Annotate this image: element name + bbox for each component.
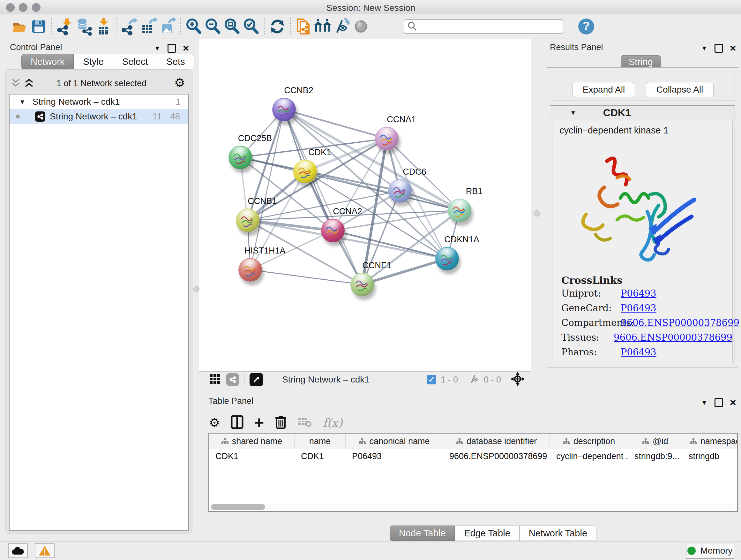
node-label: CCNB1	[248, 196, 277, 206]
gear-icon[interactable]: ⚙	[174, 77, 185, 89]
panel-close-icon[interactable]: ×	[730, 398, 736, 407]
open-session-icon[interactable]	[10, 17, 29, 36]
panel-menu-icon[interactable]: ▼	[701, 399, 708, 406]
zoom-selected-icon[interactable]	[242, 17, 261, 36]
section-title: CDK1	[603, 107, 631, 119]
table-cell[interactable]: CDK1	[294, 451, 346, 461]
tab-network[interactable]: Network	[21, 54, 74, 69]
tab-edge-table[interactable]: Edge Table	[455, 525, 520, 541]
warning-button[interactable]	[35, 543, 55, 558]
panel-menu-icon[interactable]: ▼	[701, 45, 708, 51]
crosslink-value-link[interactable]: P06493	[621, 303, 657, 314]
horizontal-scrollbar[interactable]	[210, 504, 735, 510]
column-header-description[interactable]: description	[550, 434, 628, 449]
tab-sets[interactable]: Sets	[157, 54, 194, 69]
save-session-icon[interactable]	[29, 17, 48, 36]
delete-column-icon[interactable]	[275, 415, 287, 430]
column-header-database-identifier[interactable]: database identifier	[443, 434, 550, 449]
column-header-namespace[interactable]: namespace	[682, 434, 738, 449]
network-list-icon[interactable]	[226, 373, 239, 386]
network-edge[interactable]	[250, 270, 362, 285]
column-header-@id[interactable]: @id	[628, 434, 682, 449]
network-node-rb1[interactable]	[448, 199, 471, 222]
right-splitter-handle[interactable]	[534, 210, 540, 216]
tab-node-table[interactable]: Node Table	[390, 525, 455, 541]
network-row[interactable]: String Network – cdk1 11 48	[10, 109, 188, 124]
zoom-in-icon[interactable]	[184, 17, 203, 36]
table-cell[interactable]: stringdb:9...	[628, 451, 682, 461]
fit-selection-icon[interactable]	[511, 372, 525, 387]
network-node-ccna2[interactable]	[321, 219, 345, 242]
panel-float-icon[interactable]	[715, 398, 723, 407]
expand-all-button[interactable]: Expand All	[572, 82, 635, 98]
network-collection-row[interactable]: ▼ String Network – cdk1 1	[10, 95, 188, 109]
help-icon[interactable]: ?	[577, 17, 596, 36]
table-cell[interactable]: stringdb	[682, 451, 738, 461]
zoom-out-icon[interactable]	[203, 17, 222, 36]
tree-expand-icon[interactable]: ▼	[19, 98, 25, 106]
search-input[interactable]	[420, 21, 559, 32]
section-collapse-icon[interactable]: ▼	[570, 109, 576, 117]
network-node-ccne1[interactable]	[350, 273, 374, 296]
tab-string[interactable]: String	[621, 55, 661, 69]
network-node-cdc6[interactable]	[388, 179, 412, 203]
show-glass-disabled-icon[interactable]	[351, 17, 370, 36]
scrollbar-thumb[interactable]	[211, 504, 265, 510]
zoom-fit-icon[interactable]	[222, 17, 242, 36]
tab-select[interactable]: Select	[113, 54, 157, 69]
column-header-name[interactable]: name	[294, 434, 346, 449]
crosslink-value-link[interactable]: P06493	[621, 347, 657, 358]
network-node-cdc25b[interactable]	[228, 145, 252, 169]
network-node-ccnb1[interactable]	[236, 208, 259, 232]
table-cell[interactable]: 9606.ENSP00000378699	[443, 451, 550, 461]
export-network-icon[interactable]	[120, 17, 139, 36]
panel-close-icon[interactable]: ×	[730, 44, 736, 52]
panel-menu-icon[interactable]: ▼	[154, 45, 160, 51]
clone-network-icon[interactable]	[294, 17, 313, 36]
network-node-hist1h1a[interactable]	[239, 258, 262, 282]
cdk1-section-header[interactable]: ▼ CDK1	[550, 106, 735, 120]
column-header-canonical-name[interactable]: canonical name	[346, 434, 443, 449]
network-node-ccna1[interactable]	[375, 127, 399, 150]
table-settings-gear-icon[interactable]: ⚙	[209, 417, 220, 429]
birds-eye-view-icon[interactable]	[250, 373, 263, 386]
crosslink-value-link[interactable]: P06493	[621, 288, 657, 299]
table-cell[interactable]: cyclin–dependent ...	[550, 451, 628, 461]
tab-network-table[interactable]: Network Table	[520, 525, 596, 541]
horizontal-splitter[interactable]	[199, 387, 531, 394]
panel-float-icon[interactable]	[167, 44, 176, 53]
network-node-cdkn1a[interactable]	[435, 247, 459, 270]
crosslink-value-link[interactable]: 9606.ENSP00000378699	[614, 332, 732, 343]
network-canvas[interactable]: CCNB2 CCNA1 CDC25B CDK1 CDC6 RB1	[199, 39, 531, 371]
import-table-file-icon[interactable]	[93, 17, 113, 36]
export-image-icon[interactable]	[158, 17, 177, 36]
network-node-ccnb2[interactable]	[272, 98, 296, 121]
expand-all-icon[interactable]	[24, 78, 34, 90]
selected-checkbox-icon[interactable]: ✓	[427, 375, 436, 384]
table-cell[interactable]: CDK1	[209, 451, 294, 461]
table-cell[interactable]: P06493	[346, 451, 443, 461]
grid-view-icon[interactable]	[209, 373, 221, 386]
memory-button[interactable]: Memory	[686, 543, 734, 559]
collapse-all-button[interactable]: Collapse All	[646, 82, 714, 98]
string-home-icon[interactable]	[313, 17, 332, 36]
tab-style[interactable]: Style	[74, 54, 113, 69]
import-network-database-icon[interactable]	[74, 17, 93, 36]
toolbar-search[interactable]	[404, 19, 563, 34]
panel-float-icon[interactable]	[715, 44, 723, 53]
column-header-shared-name[interactable]: shared name	[209, 434, 294, 449]
collapse-all-icon[interactable]	[11, 78, 20, 90]
panel-close-icon[interactable]: ×	[183, 44, 189, 52]
network-edge[interactable]	[284, 110, 362, 285]
import-network-file-icon[interactable]	[55, 17, 74, 36]
cloud-button[interactable]	[8, 543, 28, 558]
crosslink-value-link[interactable]: 9606.ENSP00000378699	[621, 317, 739, 328]
left-splitter-handle[interactable]	[193, 286, 199, 292]
show-columns-icon[interactable]	[231, 415, 244, 430]
export-table-icon[interactable]	[139, 17, 158, 36]
add-column-icon[interactable]: +	[254, 416, 264, 429]
refresh-icon[interactable]	[268, 17, 287, 36]
hide-glass-icon[interactable]	[332, 17, 351, 36]
table-row[interactable]: CDK1CDK1P064939606.ENSP00000378699cyclin…	[209, 449, 737, 463]
network-node-cdk1[interactable]	[293, 160, 317, 183]
